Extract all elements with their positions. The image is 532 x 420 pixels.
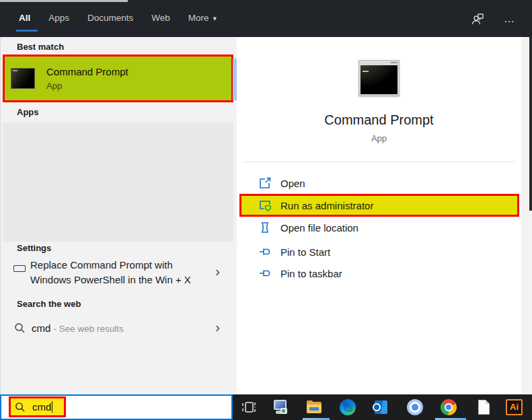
apps-section-header: Apps — [17, 107, 39, 117]
web-suffix: - See web results — [54, 324, 124, 334]
search-query-highlight: cmd — [9, 396, 66, 417]
best-match-command-prompt[interactable]: Command Prompt App — [3, 55, 233, 102]
tab-more[interactable]: More▾ — [188, 13, 217, 23]
action-open-file-location[interactable]: Open file location — [237, 218, 521, 237]
best-match-title: Command Prompt — [46, 66, 128, 77]
action-pin-to-start[interactable]: Pin to Start — [237, 242, 521, 261]
document-icon[interactable] — [476, 399, 492, 415]
search-icon — [15, 402, 26, 413]
desktop-background-strip — [529, 37, 532, 211]
feedback-icon[interactable] — [470, 11, 485, 26]
settings-section-header: Settings — [17, 243, 51, 253]
search-header: All Apps Documents Web More▾ … — [0, 0, 532, 37]
settings-result-item[interactable]: Replace Command Prompt with Windows Powe… — [1, 258, 233, 291]
more-options-icon[interactable]: … — [504, 11, 516, 27]
open-icon — [258, 176, 272, 190]
tab-documents[interactable]: Documents — [87, 13, 133, 23]
command-prompt-icon-large — [358, 60, 400, 96]
chrome-icon[interactable] — [439, 397, 458, 417]
file-location-icon — [258, 221, 272, 234]
web-query: cmd — [32, 322, 50, 334]
preview-app-title: Command Prompt — [237, 112, 521, 128]
header-action-icons: … — [470, 11, 516, 27]
text-cursor — [52, 401, 52, 413]
chevron-right-icon[interactable]: › — [215, 320, 220, 335]
pin-icon — [258, 267, 272, 280]
search-query-text: cmd — [32, 401, 51, 413]
web-search-text: cmd - See web results — [32, 322, 124, 334]
action-run-as-administrator[interactable]: Run as administrator — [239, 194, 519, 217]
taskbar-search-input[interactable]: cmd — [0, 394, 233, 420]
apps-results-placeholder — [3, 123, 233, 242]
illustrator-icon[interactable]: Ai — [506, 399, 523, 415]
web-search-result-item[interactable]: cmd - See web results › — [1, 319, 233, 339]
active-tab-indicator — [16, 30, 38, 32]
tab-apps[interactable]: Apps — [48, 13, 69, 23]
preview-app-type: App — [237, 133, 521, 143]
search-filter-tabs: All Apps Documents Web More▾ — [19, 13, 217, 23]
chevron-right-icon[interactable]: › — [215, 264, 220, 279]
display-setting-icon — [13, 265, 26, 272]
search-web-header: Search the web — [17, 299, 81, 309]
task-view-icon[interactable] — [241, 399, 257, 415]
edge-icon[interactable] — [340, 399, 356, 415]
settings-result-text: Replace Command Prompt with Windows Powe… — [30, 258, 191, 287]
windows-search-flyout: All Apps Documents Web More▾ … Best matc… — [0, 0, 532, 420]
file-explorer-icon[interactable] — [306, 399, 322, 415]
chevron-down-icon: ▾ — [213, 14, 217, 22]
remote-desktop-icon[interactable] — [272, 399, 289, 415]
best-match-text: Command Prompt App — [46, 66, 128, 91]
outlook-icon[interactable] — [372, 399, 388, 415]
action-open[interactable]: Open — [237, 174, 521, 193]
preview-panel: Command Prompt App Open Run as administr… — [237, 37, 521, 394]
divider — [242, 162, 516, 162]
best-match-header: Best match — [17, 42, 64, 52]
tab-all[interactable]: All — [19, 13, 30, 23]
search-icon — [14, 322, 26, 337]
pin-icon — [258, 245, 272, 258]
tab-web[interactable]: Web — [151, 13, 170, 23]
taskbar: Ai — [233, 394, 532, 420]
action-pin-to-taskbar[interactable]: Pin to taskbar — [237, 264, 521, 283]
command-prompt-icon — [11, 68, 35, 89]
chromium-icon[interactable] — [407, 399, 423, 415]
run-as-administrator-icon — [258, 199, 272, 212]
background-window-edge — [0, 0, 128, 2]
search-results-panel: Best match Command Prompt App Apps Setti… — [0, 37, 233, 394]
best-match-type: App — [46, 81, 128, 91]
